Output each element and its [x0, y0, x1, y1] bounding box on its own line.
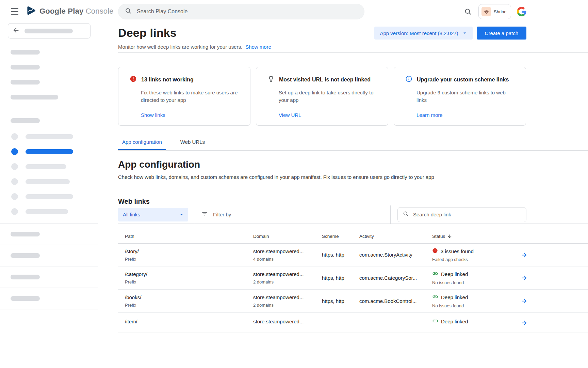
learn-more-link[interactable]: Learn more: [416, 112, 517, 118]
show-more-link[interactable]: Show more: [245, 44, 271, 50]
sidebar-skeleton-group: [11, 232, 98, 236]
show-links-link[interactable]: Show links: [141, 112, 241, 118]
sidebar-divider: [0, 288, 98, 288]
card-title: 13 links not working: [141, 77, 194, 83]
nav-item-icon: [11, 133, 18, 140]
play-console-logo[interactable]: Google Play Console: [26, 6, 114, 16]
card-body: Set up a deep link to take users directl…: [279, 89, 379, 104]
top-bar: Google Play Console Shrine: [0, 0, 588, 23]
global-search-input[interactable]: [137, 9, 358, 15]
domain-value: store.steampowered...: [253, 319, 322, 325]
card-upgrade-scheme-links: Upgrade your custom scheme links Upgrade…: [394, 67, 526, 126]
tab-web-urls[interactable]: Web URLs: [176, 139, 209, 150]
nav-item-icon: [11, 163, 18, 170]
path-value: /books/: [125, 294, 253, 301]
path-type: Prefix: [125, 279, 253, 285]
sidebar-item-deep-links-active[interactable]: [11, 148, 98, 155]
sidebar-divider: [0, 266, 98, 266]
section-description: Check how web links, domains, and custom…: [118, 174, 526, 180]
filter-by-button[interactable]: Filter by: [201, 211, 231, 218]
toolbar-divider: [390, 205, 391, 224]
card-body: Fix these web links to make sure users a…: [141, 89, 241, 104]
skeleton-bar: [11, 50, 40, 55]
row-detail-arrow[interactable]: [518, 295, 530, 307]
filter-icon: [201, 211, 208, 218]
sidebar-item[interactable]: [11, 178, 98, 185]
column-header-activity: Activity: [359, 234, 432, 239]
column-header-status[interactable]: Status: [432, 234, 514, 239]
global-search-bar[interactable]: [118, 4, 364, 19]
arrow-back-icon: [12, 27, 20, 35]
column-header-domain: Domain: [253, 234, 322, 239]
row-detail-arrow[interactable]: [518, 272, 530, 284]
web-links-table: Path Domain Scheme Activity Status /stor…: [118, 229, 588, 333]
sidebar-divider: [0, 110, 98, 110]
skeleton-bar: [11, 296, 40, 301]
search-icon-secondary[interactable]: [464, 7, 473, 16]
path-value: /category/: [125, 271, 253, 277]
main-content: Deep links Monitor how well deep links a…: [98, 23, 588, 368]
sidebar-divider: [0, 223, 98, 224]
path-type: Prefix: [125, 257, 253, 262]
back-button[interactable]: [8, 23, 91, 39]
nav-item-icon: [11, 148, 18, 155]
sidebar-item[interactable]: [11, 193, 98, 200]
page-title: Deep links: [118, 26, 271, 40]
web-links-title: Web links: [118, 198, 588, 205]
sidebar-skeleton-group: [11, 50, 98, 99]
lightbulb-icon: [267, 75, 275, 84]
link-icon: [432, 294, 438, 301]
links-filter-value: All links: [123, 212, 140, 217]
scheme-value: https, http: [322, 275, 359, 281]
sidebar-item[interactable]: [11, 208, 98, 215]
skeleton-bar: [26, 164, 66, 169]
logo-text: Google Play Console: [39, 7, 114, 16]
card-most-visited-url: Most visited URL is not deep linked Set …: [256, 67, 388, 126]
filter-by-label: Filter by: [213, 212, 231, 217]
app-version-dropdown[interactable]: App version: Most recent (8.2.027): [374, 27, 472, 40]
sidebar-skeleton-group: [11, 296, 98, 301]
table-row[interactable]: /item/ store.steampowered... Deep linked: [118, 313, 588, 333]
table-row[interactable]: /books/Prefix store.steampowered...2 dom…: [118, 290, 588, 313]
section-title: App configuration: [118, 159, 588, 170]
sidebar-divider: [0, 309, 98, 309]
deep-link-search-box[interactable]: [397, 207, 526, 222]
menu-icon[interactable]: [9, 7, 20, 16]
card-body: Upgrade 9 custom scheme links to web lin…: [416, 89, 517, 104]
link-icon: [432, 271, 438, 278]
scheme-value: https, http: [322, 298, 359, 304]
create-patch-button[interactable]: Create a patch: [477, 27, 526, 40]
logo-text-google-play: Google Play: [39, 7, 83, 15]
table-row[interactable]: /category/Prefix store.steampowered...2 …: [118, 266, 588, 290]
sort-descending-icon: [447, 234, 452, 239]
sidebar-item[interactable]: [11, 163, 98, 170]
link-icon: [432, 318, 438, 325]
deep-link-search-input[interactable]: [413, 212, 521, 217]
column-header-scheme: Scheme: [322, 234, 359, 239]
status-header-label: Status: [432, 234, 445, 239]
app-name-label: Shrine: [494, 9, 507, 14]
sidebar-item-list: [0, 133, 98, 215]
insight-cards: 13 links not working Fix these web links…: [118, 67, 526, 126]
page-subtitle: Monitor how well deep links are working …: [118, 44, 242, 50]
skeleton-bar: [11, 118, 40, 123]
chevron-down-icon: [462, 30, 468, 36]
skeleton-bar: [11, 232, 40, 236]
card-links-not-working: 13 links not working Fix these web links…: [118, 67, 250, 126]
scheme-value: https, http: [322, 252, 359, 258]
links-filter-dropdown[interactable]: All links: [118, 208, 188, 221]
skeleton-bar: [11, 65, 40, 70]
page-title-block: Deep links Monitor how well deep links a…: [118, 26, 271, 50]
row-detail-arrow[interactable]: [518, 249, 530, 261]
card-title: Upgrade your custom scheme links: [417, 77, 509, 83]
sidebar-skeleton-group: [11, 253, 98, 258]
row-detail-arrow[interactable]: [518, 317, 530, 328]
app-switcher-chip[interactable]: Shrine: [478, 4, 511, 19]
column-header-path: Path: [118, 234, 253, 239]
tab-app-configuration[interactable]: App configuration: [118, 139, 166, 150]
table-row[interactable]: /story/Prefix store.steampowered...4 dom…: [118, 244, 588, 266]
view-url-link[interactable]: View URL: [279, 112, 379, 118]
sidebar-skeleton-group: [11, 275, 98, 279]
google-account-icon[interactable]: [517, 7, 526, 16]
sidebar-item[interactable]: [11, 133, 98, 140]
